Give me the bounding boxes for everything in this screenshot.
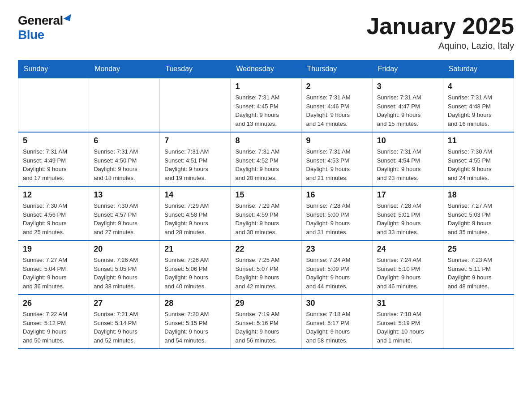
calendar-day-20: 20Sunrise: 7:26 AMSunset: 5:05 PMDayligh… [89,240,160,295]
calendar-day-7: 7Sunrise: 7:31 AMSunset: 4:51 PMDaylight… [160,132,231,186]
calendar-empty-cell [18,78,89,132]
calendar-day-31: 31Sunrise: 7:18 AMSunset: 5:19 PMDayligh… [372,295,443,349]
calendar-week-row: 19Sunrise: 7:27 AMSunset: 5:04 PMDayligh… [18,240,514,295]
page-title: January 2025 [366,13,514,39]
day-info: Sunrise: 7:23 AMSunset: 5:11 PMDaylight:… [448,256,509,291]
weekday-header-thursday: Thursday [301,60,372,78]
day-number: 5 [23,136,84,146]
calendar-day-22: 22Sunrise: 7:25 AMSunset: 5:07 PMDayligh… [231,240,301,295]
calendar-day-17: 17Sunrise: 7:28 AMSunset: 5:01 PMDayligh… [372,186,443,240]
calendar-header-row: SundayMondayTuesdayWednesdayThursdayFrid… [18,60,514,78]
calendar-day-15: 15Sunrise: 7:29 AMSunset: 4:59 PMDayligh… [231,186,301,240]
day-info: Sunrise: 7:19 AMSunset: 5:16 PMDaylight:… [235,310,296,345]
day-info: Sunrise: 7:31 AMSunset: 4:45 PMDaylight:… [235,93,296,128]
calendar-week-row: 5Sunrise: 7:31 AMSunset: 4:49 PMDaylight… [18,132,514,186]
calendar-day-28: 28Sunrise: 7:20 AMSunset: 5:15 PMDayligh… [160,295,231,349]
calendar-day-30: 30Sunrise: 7:18 AMSunset: 5:17 PMDayligh… [301,295,372,349]
day-number: 11 [448,136,509,146]
calendar-week-row: 26Sunrise: 7:22 AMSunset: 5:12 PMDayligh… [18,295,514,349]
calendar-week-row: 12Sunrise: 7:30 AMSunset: 4:56 PMDayligh… [18,186,514,240]
day-number: 8 [235,136,296,146]
calendar-day-3: 3Sunrise: 7:31 AMSunset: 4:47 PMDaylight… [372,78,443,132]
day-number: 30 [306,299,368,308]
day-info: Sunrise: 7:22 AMSunset: 5:12 PMDaylight:… [23,310,84,345]
weekday-header-sunday: Sunday [18,60,89,78]
calendar-day-21: 21Sunrise: 7:26 AMSunset: 5:06 PMDayligh… [160,240,231,295]
day-number: 2 [306,82,368,91]
day-info: Sunrise: 7:30 AMSunset: 4:57 PMDaylight:… [94,201,155,236]
day-number: 14 [164,190,226,200]
calendar-day-18: 18Sunrise: 7:27 AMSunset: 5:03 PMDayligh… [443,186,514,240]
day-info: Sunrise: 7:31 AMSunset: 4:47 PMDaylight:… [377,93,438,128]
day-number: 26 [23,299,84,308]
calendar-day-2: 2Sunrise: 7:31 AMSunset: 4:46 PMDaylight… [301,78,372,132]
day-number: 3 [377,82,438,91]
calendar-day-10: 10Sunrise: 7:31 AMSunset: 4:54 PMDayligh… [372,132,443,186]
day-info: Sunrise: 7:27 AMSunset: 5:03 PMDaylight:… [448,201,509,236]
day-info: Sunrise: 7:18 AMSunset: 5:17 PMDaylight:… [306,310,368,345]
day-number: 12 [23,190,84,200]
calendar-table: SundayMondayTuesdayWednesdayThursdayFrid… [18,60,514,349]
day-info: Sunrise: 7:20 AMSunset: 5:15 PMDaylight:… [164,310,226,345]
calendar-day-19: 19Sunrise: 7:27 AMSunset: 5:04 PMDayligh… [18,240,89,295]
day-info: Sunrise: 7:21 AMSunset: 5:14 PMDaylight:… [94,310,155,345]
day-number: 29 [235,299,296,308]
day-info: Sunrise: 7:24 AMSunset: 5:09 PMDaylight:… [306,256,368,291]
day-number: 4 [448,82,509,91]
calendar-day-1: 1Sunrise: 7:31 AMSunset: 4:45 PMDaylight… [231,78,301,132]
day-number: 7 [164,136,226,146]
day-number: 20 [94,244,155,254]
day-info: Sunrise: 7:26 AMSunset: 5:06 PMDaylight:… [164,256,226,291]
day-info: Sunrise: 7:31 AMSunset: 4:50 PMDaylight:… [94,147,155,182]
day-number: 22 [235,244,296,254]
day-info: Sunrise: 7:31 AMSunset: 4:51 PMDaylight:… [164,147,226,182]
day-number: 24 [377,244,438,254]
day-number: 31 [377,299,438,308]
calendar-day-23: 23Sunrise: 7:24 AMSunset: 5:09 PMDayligh… [301,240,372,295]
calendar-day-8: 8Sunrise: 7:31 AMSunset: 4:52 PMDaylight… [231,132,301,186]
weekday-header-monday: Monday [89,60,160,78]
day-info: Sunrise: 7:29 AMSunset: 4:58 PMDaylight:… [164,201,226,236]
day-number: 19 [23,244,84,254]
calendar-day-26: 26Sunrise: 7:22 AMSunset: 5:12 PMDayligh… [18,295,89,349]
day-info: Sunrise: 7:29 AMSunset: 4:59 PMDaylight:… [235,201,296,236]
weekday-header-saturday: Saturday [443,60,514,78]
day-number: 17 [377,190,438,200]
day-info: Sunrise: 7:18 AMSunset: 5:19 PMDaylight:… [377,310,438,345]
day-number: 28 [164,299,226,308]
title-area: January 2025 Aquino, Lazio, Italy [366,13,514,51]
day-info: Sunrise: 7:31 AMSunset: 4:46 PMDaylight:… [306,93,368,128]
logo-general-text: General [18,13,63,28]
calendar-day-27: 27Sunrise: 7:21 AMSunset: 5:14 PMDayligh… [89,295,160,349]
page-subtitle: Aquino, Lazio, Italy [366,41,514,51]
day-number: 10 [377,136,438,146]
calendar-day-12: 12Sunrise: 7:30 AMSunset: 4:56 PMDayligh… [18,186,89,240]
calendar-day-14: 14Sunrise: 7:29 AMSunset: 4:58 PMDayligh… [160,186,231,240]
day-info: Sunrise: 7:31 AMSunset: 4:52 PMDaylight:… [235,147,296,182]
weekday-header-wednesday: Wednesday [231,60,301,78]
day-number: 21 [164,244,226,254]
day-number: 6 [94,136,155,146]
calendar-day-6: 6Sunrise: 7:31 AMSunset: 4:50 PMDaylight… [89,132,160,186]
calendar-day-5: 5Sunrise: 7:31 AMSunset: 4:49 PMDaylight… [18,132,89,186]
calendar-day-24: 24Sunrise: 7:24 AMSunset: 5:10 PMDayligh… [372,240,443,295]
day-info: Sunrise: 7:25 AMSunset: 5:07 PMDaylight:… [235,256,296,291]
logo-blue-text: Blue [18,28,44,42]
header: General Blue January 2025 Aquino, Lazio,… [18,13,514,51]
calendar-day-13: 13Sunrise: 7:30 AMSunset: 4:57 PMDayligh… [89,186,160,240]
calendar-empty-cell [443,295,514,349]
calendar-day-29: 29Sunrise: 7:19 AMSunset: 5:16 PMDayligh… [231,295,301,349]
day-info: Sunrise: 7:24 AMSunset: 5:10 PMDaylight:… [377,256,438,291]
logo-arrow-icon [63,14,73,23]
day-info: Sunrise: 7:26 AMSunset: 5:05 PMDaylight:… [94,256,155,291]
day-number: 27 [94,299,155,308]
calendar-day-25: 25Sunrise: 7:23 AMSunset: 5:11 PMDayligh… [443,240,514,295]
calendar-day-16: 16Sunrise: 7:28 AMSunset: 5:00 PMDayligh… [301,186,372,240]
day-number: 1 [235,82,296,91]
day-number: 23 [306,244,368,254]
day-info: Sunrise: 7:30 AMSunset: 4:56 PMDaylight:… [23,201,84,236]
weekday-header-tuesday: Tuesday [160,60,231,78]
day-number: 18 [448,190,509,200]
day-info: Sunrise: 7:31 AMSunset: 4:48 PMDaylight:… [448,93,509,128]
day-info: Sunrise: 7:28 AMSunset: 5:00 PMDaylight:… [306,201,368,236]
